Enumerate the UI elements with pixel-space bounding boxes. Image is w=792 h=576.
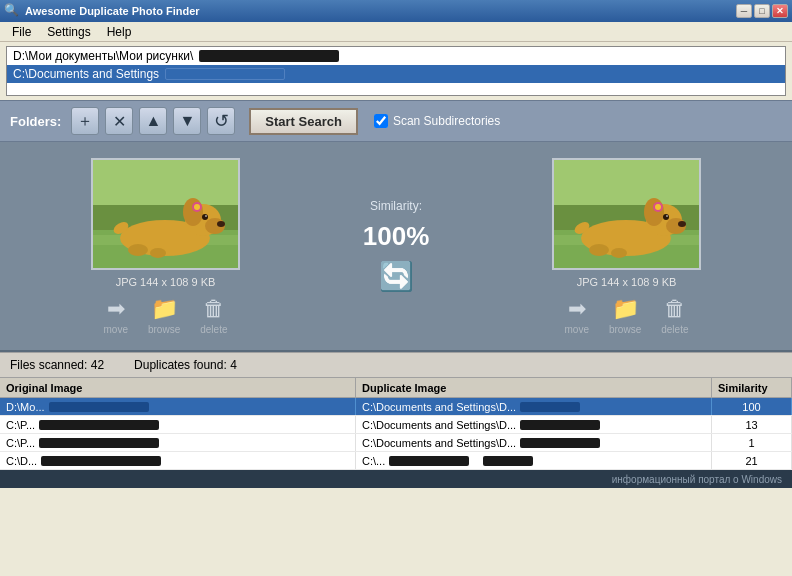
cell-duplicate: C:\Documents and Settings\D... [356,398,712,415]
svg-point-28 [611,248,627,258]
censor-r4-orig [41,456,161,466]
censor-r2-orig [39,420,159,430]
move-down-button[interactable]: ▼ [173,107,201,135]
cell-similarity: 21 [712,452,792,469]
similarity-value: 100% [363,221,430,252]
censor-r3-dup [520,438,600,448]
right-browse-icon[interactable]: 📁 [612,296,639,322]
censor-r4-dup2 [483,456,533,466]
cell-original: C:\D... [0,452,356,469]
svg-point-7 [183,198,203,226]
add-folder-button[interactable]: ＋ [71,107,99,135]
cell-duplicate: C:\... [356,452,712,469]
results-table-body: D:\Мо... C:\Documents and Settings\D... … [0,398,792,470]
cell-original: C:\P... [0,434,356,451]
right-browse-group: 📁 browse [609,296,641,335]
svg-point-15 [194,204,200,210]
folder-path-item-selected[interactable]: C:\Documents and Settings [7,65,785,83]
similarity-label: Similarity: [370,199,422,213]
left-browse-group: 📁 browse [148,296,180,335]
toolbar: Folders: ＋ ✕ ▲ ▼ ↺ Start Search Scan Sub… [0,100,792,142]
left-dog-svg [93,160,238,268]
right-dog-image [554,160,699,268]
app-icon: 🔍 [4,3,20,19]
menu-settings[interactable]: Settings [39,23,98,41]
censor-overlay-2 [165,68,285,80]
right-image-actions: ➡ move 📁 browse 🗑 delete [565,296,689,335]
minimize-button[interactable]: ─ [736,4,752,18]
left-move-group: ➡ move [104,296,128,335]
cell-original: C:\P... [0,416,356,433]
move-up-button[interactable]: ▲ [139,107,167,135]
window-controls: ─ □ ✕ [736,4,788,18]
left-image-actions: ➡ move 📁 browse 🗑 delete [104,296,228,335]
duplicates-found-value: 4 [230,358,237,372]
table-row[interactable]: D:\Мо... C:\Documents and Settings\D... … [0,398,792,416]
start-search-button[interactable]: Start Search [249,108,358,135]
folder-path-text: D:\Мои документы\Мои рисунки\ [13,49,193,63]
folders-label: Folders: [10,114,61,129]
col-header-original: Original Image [0,378,356,397]
left-dog-image [93,160,238,268]
title-bar: 🔍 Awesome Duplicate Photo Finder ─ □ ✕ [0,0,792,22]
svg-point-27 [589,244,609,256]
remove-folder-button[interactable]: ✕ [105,107,133,135]
scan-subdirs-checkbox[interactable] [374,114,388,128]
left-browse-label: browse [148,324,180,335]
menu-help[interactable]: Help [99,23,140,41]
right-dog-svg [554,160,699,268]
maximize-button[interactable]: □ [754,4,770,18]
menu-file[interactable]: File [4,23,39,41]
left-delete-icon[interactable]: 🗑 [203,296,225,322]
col-header-similarity: Similarity [712,378,792,397]
table-row[interactable]: C:\P... C:\Documents and Settings\D... 1 [0,434,792,452]
right-image-frame [552,158,701,270]
left-move-icon[interactable]: ➡ [107,296,125,322]
results-table-container: Original Image Duplicate Image Similarit… [0,378,792,470]
comparison-area: JPG 144 x 108 9 KB ➡ move 📁 browse 🗑 del… [0,142,792,352]
right-delete-icon[interactable]: 🗑 [664,296,686,322]
col-header-duplicate: Duplicate Image [356,378,712,397]
left-move-label: move [104,324,128,335]
right-move-icon[interactable]: ➡ [568,296,586,322]
folder-path-item[interactable]: D:\Мои документы\Мои рисунки\ [7,47,785,65]
svg-point-25 [663,214,669,220]
left-delete-group: 🗑 delete [200,296,227,335]
right-delete-group: 🗑 delete [661,296,688,335]
right-image-panel: JPG 144 x 108 9 KB ➡ move 📁 browse 🗑 del… [461,142,792,350]
status-bar: Files scanned: 42 Duplicates found: 4 [0,352,792,378]
app-title: Awesome Duplicate Photo Finder [25,5,200,17]
svg-point-11 [128,244,148,256]
cell-duplicate: C:\Documents and Settings\D... [356,416,712,433]
swap-images-icon[interactable]: 🔄 [379,260,414,293]
left-image-info: JPG 144 x 108 9 KB [116,276,216,288]
cell-similarity: 100 [712,398,792,415]
svg-point-9 [202,214,208,220]
censor-r2-dup [520,420,600,430]
duplicates-found-label: Duplicates found: [134,358,227,372]
files-scanned-label: Files scanned: [10,358,87,372]
censor-r4-dup [389,456,469,466]
files-scanned-value: 42 [91,358,104,372]
svg-rect-19 [554,160,699,205]
left-image-frame [91,158,240,270]
similarity-panel: Similarity: 100% 🔄 [331,142,461,350]
svg-point-26 [666,215,668,217]
right-move-label: move [565,324,589,335]
table-row[interactable]: C:\D... C:\... 21 [0,452,792,470]
files-scanned-stat: Files scanned: 42 [10,358,104,372]
svg-point-10 [205,215,207,217]
right-delete-label: delete [661,324,688,335]
menu-bar: File Settings Help [0,22,792,42]
table-row[interactable]: C:\P... C:\Documents and Settings\D... 1… [0,416,792,434]
close-button[interactable]: ✕ [772,4,788,18]
left-browse-icon[interactable]: 📁 [151,296,178,322]
folder-path-list: D:\Мои документы\Мои рисунки\ C:\Documen… [6,46,786,96]
right-browse-label: browse [609,324,641,335]
scan-subdirs-label: Scan Subdirectories [393,114,500,128]
reset-button[interactable]: ↺ [207,107,235,135]
right-move-group: ➡ move [565,296,589,335]
svg-point-8 [217,221,225,227]
censor-r3-orig [39,438,159,448]
censor-overlay [199,50,339,62]
